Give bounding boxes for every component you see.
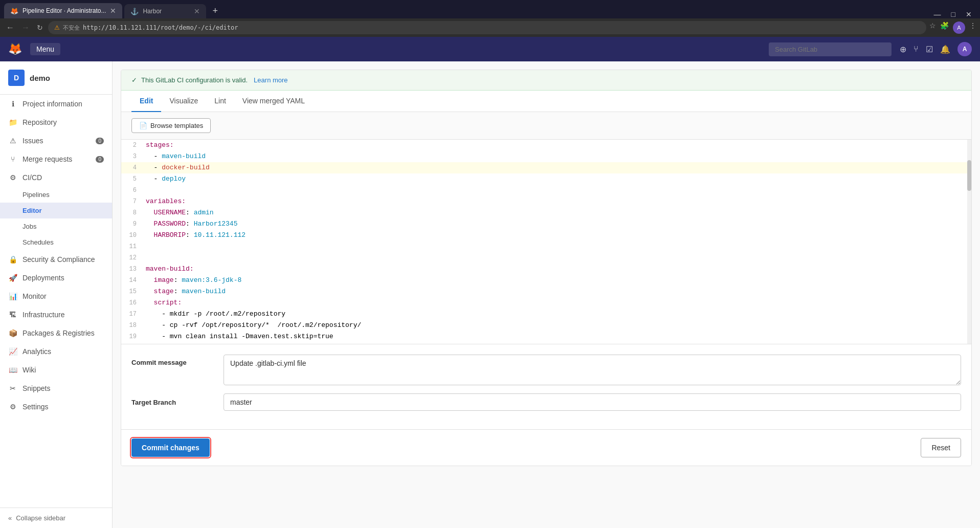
sidebar-item-snippets[interactable]: ✂ Snippets (0, 379, 112, 398)
settings-label: Settings (23, 403, 49, 411)
line-content: PASSWORD: Harbor12345 (142, 218, 241, 230)
analytics-label: Analytics (23, 347, 51, 356)
packages-icon: 📦 (8, 329, 17, 337)
tab-favicon-2: ⚓ (130, 8, 139, 15)
extension-icon[interactable]: 🧩 (940, 21, 949, 34)
code-line: 17 - mkdir -p /root/.m2/repository (121, 309, 971, 320)
sidebar-item-deployments[interactable]: 🚀 Deployments (0, 269, 112, 287)
url-bar: http://10.11.121.111/root/demo/-/ci/edit… (83, 24, 238, 31)
commit-message-input[interactable] (224, 355, 961, 385)
sidebar-project[interactable]: D demo (0, 61, 112, 95)
line-content (142, 241, 154, 252)
sidebar-item-issues[interactable]: ⚠ Issues 0 (0, 131, 112, 150)
back-button[interactable]: ← (4, 22, 16, 33)
line-content: - docker-build (142, 162, 214, 173)
sidebar-item-settings[interactable]: ⚙ Settings (0, 398, 112, 416)
app-body: D demo ℹ Project information 📁 Repositor… (0, 61, 980, 528)
target-branch-label: Target Branch (131, 399, 213, 406)
refresh-button[interactable]: ↻ (35, 23, 45, 33)
tab-label-1: Pipeline Editor · Administrato... (23, 7, 106, 14)
sidebar-item-repository[interactable]: 📁 Repository (0, 113, 112, 131)
wiki-icon: 📖 (8, 366, 17, 374)
gitlab-logo[interactable]: 🦊 (8, 42, 22, 56)
browse-templates-button[interactable]: 📄 Browse templates (131, 118, 211, 133)
tab-harbor[interactable]: ⚓ Harbor ✕ (124, 4, 206, 18)
code-line: 19 - mvn clean install -Dmaven.test.skti… (121, 331, 971, 342)
sidebar-item-merge-requests[interactable]: ⑂ Merge requests 0 (0, 150, 112, 168)
sidebar-item-analytics[interactable]: 📈 Analytics (0, 342, 112, 361)
sidebar-item-editor[interactable]: Editor (0, 203, 112, 218)
search-input[interactable] (769, 42, 892, 56)
line-number: 10 (121, 230, 142, 241)
merge-request-icon[interactable]: ⑂ (914, 45, 919, 54)
validation-message: This GitLab CI configuration is valid. (141, 76, 248, 84)
line-content: USERNAME: admin (142, 207, 218, 218)
tab-label-2: Harbor (143, 8, 190, 15)
fox-icon: 🦊 (8, 42, 22, 56)
collapse-icon: « (8, 514, 12, 522)
topnav-icons: ⊕ ⑂ ☑ 🔔 A (900, 42, 972, 56)
line-number: 8 (121, 207, 142, 218)
line-content (142, 185, 154, 196)
user-avatar[interactable]: A (957, 42, 972, 56)
sidebar-item-infrastructure[interactable]: 🏗 Infrastructure (0, 305, 112, 324)
tab-visualize[interactable]: Visualize (161, 91, 206, 112)
tab-edit[interactable]: Edit (131, 91, 161, 112)
code-line: 3 - maven-build (121, 151, 971, 162)
line-content: - cp -rvf /opt/repository/* /root/.m2/re… (142, 320, 365, 331)
code-line: 13 maven-build: (121, 263, 971, 275)
sidebar-item-security[interactable]: 🔒 Security & Compliance (0, 250, 112, 269)
main-content: ✓ This GitLab CI configuration is valid.… (113, 61, 980, 528)
learn-more-link[interactable]: Learn more (254, 76, 287, 84)
window-minimize[interactable]: — (930, 10, 945, 18)
reset-button[interactable]: Reset (921, 438, 961, 457)
window-maximize[interactable]: □ (947, 10, 960, 18)
tab-close-2[interactable]: ✕ (194, 7, 200, 15)
code-line: 8 USERNAME: admin (121, 207, 971, 218)
sidebar-item-monitor[interactable]: 📊 Monitor (0, 287, 112, 305)
forward-button[interactable]: → (19, 22, 32, 33)
collapse-sidebar[interactable]: « Collapse sidebar (0, 508, 112, 528)
code-line: 15 stage: maven-build (121, 286, 971, 297)
new-tab-button[interactable]: + (208, 3, 222, 18)
tab-pipeline-editor[interactable]: 🦊 Pipeline Editor · Administrato... ✕ (4, 3, 122, 18)
sidebar-item-jobs[interactable]: Jobs (0, 218, 112, 234)
line-number: 17 (121, 309, 142, 320)
sidebar-item-pipelines[interactable]: Pipelines (0, 187, 112, 203)
sidebar-item-schedules[interactable]: Schedules (0, 234, 112, 250)
line-content: maven-build: (142, 263, 198, 275)
bell-icon[interactable]: 🔔 (940, 45, 950, 54)
template-icon: 📄 (139, 122, 147, 129)
tab-close-1[interactable]: ✕ (110, 7, 116, 15)
window-close[interactable]: ✕ (962, 10, 976, 18)
menu-button[interactable]: Menu (30, 43, 60, 55)
line-content: HARBORIP: 10.11.121.112 (142, 230, 250, 241)
sidebar-item-project-information[interactable]: ℹ Project information (0, 95, 112, 113)
monitor-label: Monitor (23, 292, 47, 300)
menu-dots-icon[interactable]: ⋮ (969, 21, 976, 34)
code-line: 10 HARBORIP: 10.11.121.112 (121, 230, 971, 241)
user-profile-icon[interactable]: A (953, 21, 965, 34)
cicd-label: CI/CD (23, 173, 42, 182)
issues-icon: ⚠ (8, 137, 17, 145)
sidebar-item-packages[interactable]: 📦 Packages & Registries (0, 324, 112, 342)
commit-section: Commit message Target Branch (121, 344, 971, 429)
deployments-label: Deployments (23, 274, 64, 282)
scrollbar-track[interactable] (967, 140, 971, 344)
tab-view-merged-yaml[interactable]: View merged YAML (234, 91, 313, 112)
line-number: 20 (121, 342, 142, 344)
scrollbar-thumb[interactable] (967, 160, 971, 191)
address-input-wrapper[interactable]: ⚠ 不安全 http://10.11.121.111/root/demo/-/c… (48, 21, 926, 34)
browser-icons: ☆ 🧩 A ⋮ (929, 21, 976, 34)
tab-lint[interactable]: Lint (206, 91, 234, 112)
new-item-icon[interactable]: ⊕ (900, 45, 906, 54)
todo-icon[interactable]: ☑ (926, 45, 933, 54)
sidebar-nav: ℹ Project information 📁 Repository ⚠ Iss… (0, 95, 112, 416)
merge-requests-label: Merge requests (23, 155, 72, 163)
code-editor[interactable]: 2 stages: 3 - maven-build 4 - docker-bui… (121, 140, 971, 344)
target-branch-input[interactable] (224, 393, 961, 411)
bookmark-star-icon[interactable]: ☆ (929, 21, 936, 34)
sidebar-item-cicd[interactable]: ⚙ CI/CD (0, 168, 112, 187)
commit-changes-button[interactable]: Commit changes (131, 438, 210, 457)
sidebar-item-wiki[interactable]: 📖 Wiki (0, 361, 112, 379)
